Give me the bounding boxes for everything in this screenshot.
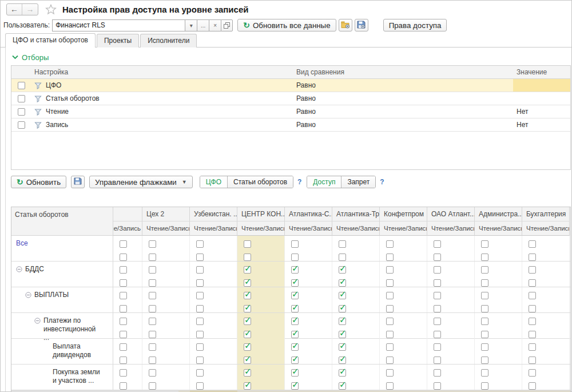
grid-row-label[interactable]: Покупка земли и участков ... [53, 368, 103, 385]
access-rights-button[interactable]: Права доступа [383, 19, 447, 31]
write-checkbox[interactable] [434, 305, 441, 312]
read-checkbox[interactable] [434, 292, 441, 299]
read-checkbox[interactable] [529, 318, 536, 325]
read-checkbox[interactable] [386, 318, 394, 325]
save-settings-button[interactable] [355, 19, 368, 31]
write-checkbox[interactable] [120, 254, 127, 261]
read-checkbox[interactable] [529, 369, 536, 377]
write-checkbox[interactable] [434, 382, 441, 390]
read-checkbox[interactable] [339, 266, 346, 274]
column-header-4[interactable]: Атлантика-С... [285, 207, 332, 221]
write-checkbox[interactable] [196, 254, 204, 261]
write-checkbox[interactable] [244, 279, 251, 287]
write-checkbox[interactable] [339, 382, 346, 390]
read-checkbox[interactable] [339, 292, 346, 299]
load-settings-button[interactable] [339, 19, 352, 31]
write-checkbox[interactable] [120, 382, 127, 390]
write-checkbox[interactable] [434, 254, 441, 261]
write-checkbox[interactable] [529, 357, 536, 364]
write-checkbox[interactable] [291, 382, 299, 390]
read-checkbox[interactable] [291, 266, 299, 274]
refresh-button[interactable]: ↻ Обновить [11, 176, 66, 188]
write-checkbox[interactable] [149, 382, 156, 390]
read-checkbox[interactable] [339, 369, 346, 377]
tab-1[interactable]: Проекты [97, 34, 139, 47]
column-header-1[interactable]: Цех 2 [142, 207, 190, 221]
back-button[interactable]: ← [7, 4, 22, 15]
read-checkbox[interactable] [339, 343, 346, 351]
read-checkbox[interactable] [434, 369, 441, 377]
column-header-6[interactable]: Конфетпром [380, 207, 427, 221]
column-header-9[interactable]: Бухгалтерия [522, 207, 570, 221]
write-checkbox[interactable] [434, 357, 441, 364]
read-checkbox[interactable] [196, 369, 204, 377]
write-checkbox[interactable] [434, 331, 441, 338]
tab-2[interactable]: Исполнители [140, 34, 197, 47]
read-checkbox[interactable] [120, 369, 127, 377]
read-checkbox[interactable] [386, 292, 394, 299]
write-checkbox[interactable] [386, 279, 394, 287]
write-checkbox[interactable] [481, 382, 488, 390]
read-checkbox[interactable] [149, 266, 156, 274]
write-checkbox[interactable] [481, 279, 488, 287]
toggle-cfo[interactable]: ЦФО [200, 176, 227, 188]
write-checkbox[interactable] [339, 279, 346, 287]
user-clear-button[interactable]: × [209, 19, 221, 31]
write-checkbox[interactable] [529, 331, 536, 338]
column-header-3[interactable]: ЦЕНТР КОН... [237, 207, 285, 221]
read-checkbox[interactable] [529, 240, 536, 248]
write-checkbox[interactable] [291, 305, 299, 312]
read-checkbox[interactable] [244, 240, 251, 248]
write-checkbox[interactable] [291, 254, 299, 261]
write-checkbox[interactable] [149, 357, 156, 364]
read-checkbox[interactable] [244, 343, 251, 351]
write-checkbox[interactable] [244, 357, 251, 364]
write-checkbox[interactable] [196, 279, 204, 287]
grid-row-label[interactable]: Выплата дивидендов [53, 342, 103, 359]
filters-section-toggle[interactable]: Отборы [12, 51, 571, 64]
write-checkbox[interactable] [244, 305, 251, 312]
write-checkbox[interactable] [386, 254, 394, 261]
read-checkbox[interactable] [244, 318, 251, 325]
filter-row-1[interactable]: Статья оборотовРавно [11, 92, 570, 105]
read-checkbox[interactable] [386, 369, 394, 377]
write-checkbox[interactable] [291, 279, 299, 287]
save-button[interactable] [71, 176, 85, 188]
grid-row-label-cell[interactable]: Покупка земли и участков ... [11, 365, 113, 390]
read-checkbox[interactable] [291, 369, 299, 377]
read-checkbox[interactable] [339, 318, 346, 325]
read-checkbox[interactable] [386, 266, 394, 274]
read-checkbox[interactable] [149, 240, 156, 248]
write-checkbox[interactable] [339, 254, 346, 261]
write-checkbox[interactable] [339, 357, 346, 364]
filter-row-checkbox[interactable] [18, 95, 25, 102]
read-checkbox[interactable] [120, 266, 127, 274]
read-checkbox[interactable] [481, 318, 488, 325]
read-checkbox[interactable] [434, 343, 441, 351]
write-checkbox[interactable] [386, 305, 394, 312]
read-checkbox[interactable] [244, 369, 251, 377]
write-checkbox[interactable] [196, 357, 204, 364]
write-checkbox[interactable] [481, 357, 488, 364]
column-header-7[interactable]: ОАО Атлант... [427, 207, 475, 221]
write-checkbox[interactable] [120, 331, 127, 338]
forward-button[interactable]: → [22, 4, 38, 15]
write-checkbox[interactable] [149, 254, 156, 261]
read-checkbox[interactable] [120, 343, 127, 351]
read-checkbox[interactable] [481, 266, 488, 274]
column-header-5[interactable]: Атлантика-Тр... [332, 207, 380, 221]
collapse-expander-icon[interactable] [16, 266, 22, 272]
write-checkbox[interactable] [120, 279, 127, 287]
write-checkbox[interactable] [149, 279, 156, 287]
read-checkbox[interactable] [291, 240, 299, 248]
read-checkbox[interactable] [244, 266, 251, 274]
read-checkbox[interactable] [481, 369, 488, 377]
read-checkbox[interactable] [149, 318, 156, 325]
refresh-all-button[interactable]: ↻ Обновить все данные [237, 19, 336, 31]
write-checkbox[interactable] [529, 305, 536, 312]
read-checkbox[interactable] [196, 318, 204, 325]
toggle-deny[interactable]: Запрет [341, 176, 375, 188]
column-header-8[interactable]: Администра... [475, 207, 522, 221]
read-checkbox[interactable] [196, 292, 204, 299]
filter-row-checkbox[interactable] [18, 121, 25, 129]
